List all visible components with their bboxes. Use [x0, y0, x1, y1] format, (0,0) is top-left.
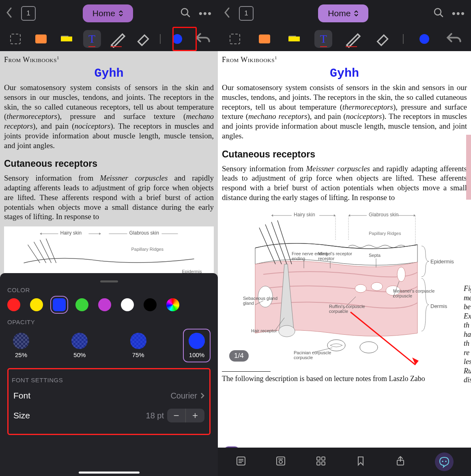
search-icon[interactable]	[433, 7, 444, 19]
swatch-yellow[interactable]	[30, 298, 43, 311]
swatch-purple[interactable]	[98, 298, 111, 311]
swatch-red[interactable]	[7, 298, 20, 311]
size-increase[interactable]: +	[186, 409, 204, 422]
svg-text:Hairy skin: Hairy skin	[60, 230, 82, 236]
color-section-label: COLOR	[7, 286, 211, 293]
page-indicator: 1/4	[229, 350, 249, 362]
shape-color-tool[interactable]	[415, 30, 433, 48]
svg-rect-39	[322, 462, 325, 465]
comment-tool[interactable]	[256, 30, 273, 48]
svg-rect-38	[317, 462, 320, 465]
eraser-tool[interactable]	[374, 30, 391, 48]
page-count-badge[interactable]: 1	[21, 6, 36, 21]
chevron-updown-icon	[354, 10, 359, 17]
highlight-box-shape-tool	[172, 27, 197, 51]
document-content[interactable]: From Wikibooks1 Gyhh Our somatosensory s…	[218, 51, 471, 448]
opacity-25[interactable]: 25%	[7, 329, 35, 362]
source-line: From Wikibooks1	[222, 55, 467, 64]
size-stepper: − +	[167, 409, 204, 422]
font-row[interactable]: Font Courier	[12, 387, 206, 405]
comment-tool[interactable]	[32, 30, 50, 48]
text-tool[interactable]: T	[314, 30, 332, 48]
svg-text:corpuscle: corpuscle	[393, 293, 412, 298]
page-count-badge[interactable]: 1	[239, 6, 254, 21]
bottom-toolbar	[218, 448, 471, 476]
opacity-section-label: OPACITY	[7, 319, 211, 325]
view-mode-icon[interactable]	[275, 455, 286, 468]
annotation-text-gyhh[interactable]: Gyhh	[4, 67, 214, 80]
share-icon[interactable]	[395, 455, 406, 468]
font-settings-label: FONT SETTINGS	[12, 377, 206, 383]
annotation-text-gyhh[interactable]: Gyhh	[222, 67, 467, 80]
svg-text:receptor: receptor	[318, 256, 335, 261]
search-icon[interactable]	[180, 7, 191, 19]
back-button[interactable]	[6, 7, 13, 20]
highlighter-tool[interactable]	[285, 30, 303, 48]
svg-text:Sebaceous gland: Sebaceous gland	[243, 296, 277, 301]
svg-text:corpuscle: corpuscle	[329, 309, 348, 314]
eraser-tool[interactable]	[134, 30, 152, 48]
annotation-margin-marker[interactable]	[466, 135, 471, 200]
heading-cutaneous: Cutaneous receptors	[222, 149, 467, 160]
svg-point-12	[360, 342, 378, 353]
more-icon[interactable]: •••	[199, 7, 212, 20]
size-decrease[interactable]: −	[167, 409, 186, 422]
annotation-toolbar: T	[218, 27, 471, 51]
undo-button[interactable]	[445, 30, 463, 48]
svg-point-35	[279, 460, 282, 463]
home-button[interactable]: Home	[318, 4, 368, 22]
font-settings-highlight-box: FONT SETTINGS Font Courier Size 18 pt − …	[7, 368, 211, 435]
grid-icon[interactable]	[315, 455, 327, 468]
svg-point-14	[371, 282, 383, 291]
svg-point-16	[397, 267, 405, 282]
svg-text:Septa: Septa	[369, 253, 381, 258]
svg-text:ending: ending	[292, 256, 305, 261]
chevron-right-icon	[200, 392, 204, 399]
select-area-tool[interactable]	[226, 30, 244, 48]
outline-icon[interactable]	[235, 455, 247, 468]
opacity-50[interactable]: 50%	[66, 329, 93, 362]
paragraph-1: Our somatosensory system consists of sen…	[4, 83, 214, 150]
ai-assistant-button[interactable]	[435, 452, 454, 471]
more-icon[interactable]: •••	[452, 7, 465, 20]
text-tool[interactable]: T	[83, 30, 101, 48]
home-indicator[interactable]	[79, 472, 140, 474]
swatch-white[interactable]	[121, 298, 134, 311]
svg-text:Merkel's receptor: Merkel's receptor	[318, 251, 352, 256]
paragraph-2: Sensory information from Meissner corpus…	[222, 164, 467, 202]
svg-text:Ruffini's corpuscle: Ruffini's corpuscle	[329, 304, 365, 309]
opacity-100[interactable]: 100%	[183, 329, 211, 362]
pencil-tool[interactable]	[344, 30, 362, 48]
swatch-custom-color[interactable]	[166, 298, 179, 311]
svg-point-41	[442, 461, 443, 462]
toolbar-divider	[403, 34, 404, 44]
select-area-tool[interactable]	[6, 30, 24, 48]
highlighter-tool[interactable]	[58, 30, 75, 48]
back-button[interactable]	[224, 7, 231, 20]
svg-text:Dermis: Dermis	[430, 303, 447, 309]
swatch-blue[interactable]	[53, 298, 66, 311]
svg-text:Glabrous skin: Glabrous skin	[369, 212, 398, 218]
skin-diagram: Hairy skin Glabrous skin Papillary Ridge…	[4, 226, 214, 275]
style-sheet-panel[interactable]: COLOR OPACITY 25% 50% 75% 100% FONT SETT…	[0, 273, 218, 476]
home-button[interactable]: Home	[83, 4, 133, 22]
swatch-green[interactable]	[75, 298, 88, 311]
svg-text:gland: gland	[243, 301, 254, 306]
opacity-75[interactable]: 75%	[125, 329, 152, 362]
top-nav: 1 Home •••	[0, 0, 218, 27]
swatch-black[interactable]	[144, 298, 157, 311]
selection-handle[interactable]: |||	[224, 446, 240, 448]
svg-text:Papillary Ridges: Papillary Ridges	[369, 231, 401, 236]
size-row: Size 18 pt − +	[12, 405, 206, 426]
source-line: From Wikibooks1	[4, 55, 214, 64]
svg-text:Hairy skin: Hairy skin	[294, 212, 315, 218]
svg-text:Papillary Ridges: Papillary Ridges	[131, 247, 164, 252]
color-swatches	[7, 297, 211, 313]
svg-text:Glabrous skin: Glabrous skin	[129, 230, 159, 236]
top-nav: 1 Home •••	[218, 0, 471, 27]
sheet-grabber[interactable]	[100, 280, 118, 282]
pencil-tool[interactable]	[109, 30, 127, 48]
bookmark-icon[interactable]	[355, 455, 366, 468]
svg-rect-37	[322, 457, 325, 460]
footnote-rule	[222, 371, 271, 372]
